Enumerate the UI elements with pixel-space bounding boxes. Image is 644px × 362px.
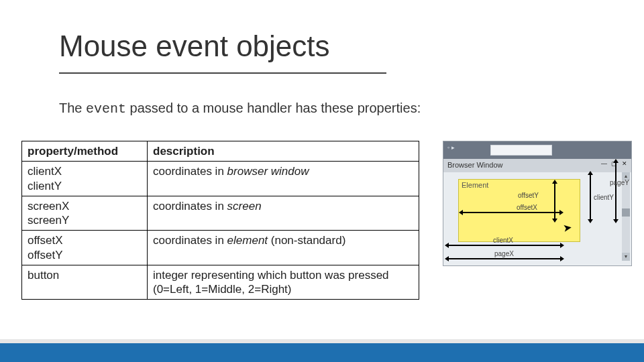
cell-desc-0: coordinates in browser window (148, 162, 419, 196)
arrow-right-icon (559, 210, 564, 215)
clienty-arrow (590, 174, 591, 222)
scroll-down-icon: ▾ (622, 253, 630, 261)
cursor-icon: ➤ (562, 221, 573, 235)
table-row: offsetXoffsetY coordinates in element (n… (22, 231, 419, 265)
intro-text: The event passed to a mouse handler has … (59, 101, 421, 117)
cell-desc-1: coordinates in screen (148, 196, 419, 231)
cell-desc-3: integer representing which button was pr… (148, 265, 419, 300)
arrow-down-icon (588, 219, 593, 223)
slide-title: Mouse event objects (59, 29, 330, 63)
tab-label-icon: ◦ ▸ (447, 144, 455, 151)
pagey-arrow (615, 162, 616, 222)
scroll-thumb (622, 208, 630, 217)
arrow-left-icon (445, 243, 449, 248)
title-underline (59, 72, 386, 74)
pagex-arrow (447, 258, 563, 259)
arrow-right-icon (560, 256, 564, 261)
coordinates-diagram: ◦ ▸ Browser Window — ▢ ✕ ▴ ▾ Element off… (443, 141, 631, 265)
clientx-label: clientX (493, 237, 513, 244)
table-header-row: property/method description (22, 141, 419, 162)
arrow-up-icon (552, 180, 557, 184)
cell-prop-0: clientXclientY (22, 162, 148, 196)
slide: Mouse event objects The event passed to … (0, 0, 644, 362)
cell-desc-2: coordinates in element (non-standard) (148, 231, 419, 265)
th-description: description (148, 141, 419, 162)
arrow-right-icon (560, 243, 564, 248)
element-label: Element (462, 181, 488, 189)
offsetx-label: offsetX (517, 204, 537, 211)
arrow-left-icon (445, 256, 449, 261)
arrow-down-icon (552, 219, 557, 223)
cell-prop-2: offsetXoffsetY (22, 231, 148, 265)
cell-prop-1: screenXscreenY (22, 196, 148, 231)
table-row: button integer representing which button… (22, 265, 419, 300)
pagey-label: pageY (610, 179, 629, 186)
arrow-up-icon (613, 159, 619, 163)
intro-code: event (86, 101, 126, 117)
properties-table: property/method description clientXclien… (21, 141, 419, 300)
cell-prop-3: button (22, 265, 148, 300)
browser-chrome-bar: ◦ ▸ (443, 141, 631, 159)
offsety-label: offsetY (518, 192, 539, 199)
table-row: screenXscreenY coordinates in screen (22, 196, 419, 231)
th-property: property/method (22, 141, 148, 162)
offsety-arrow (554, 182, 555, 221)
element-box: Element offsetX offsetY ➤ (458, 179, 580, 242)
screen-box: ◦ ▸ Browser Window — ▢ ✕ ▴ ▾ Element off… (443, 141, 632, 266)
pagex-label: pageX (494, 250, 514, 257)
footer-bar (0, 343, 644, 362)
arrow-down-icon (613, 219, 619, 223)
offsetx-arrow (462, 212, 562, 213)
clienty-label: clientY (594, 194, 614, 201)
address-bar (490, 145, 552, 156)
clientx-arrow (447, 245, 563, 246)
table-row: clientXclientY coordinates in browser wi… (22, 162, 419, 196)
arrow-up-icon (588, 171, 593, 175)
intro-after: passed to a mouse handler has these prop… (126, 101, 421, 115)
arrow-left-icon (459, 210, 463, 215)
intro-before: The (59, 101, 86, 115)
